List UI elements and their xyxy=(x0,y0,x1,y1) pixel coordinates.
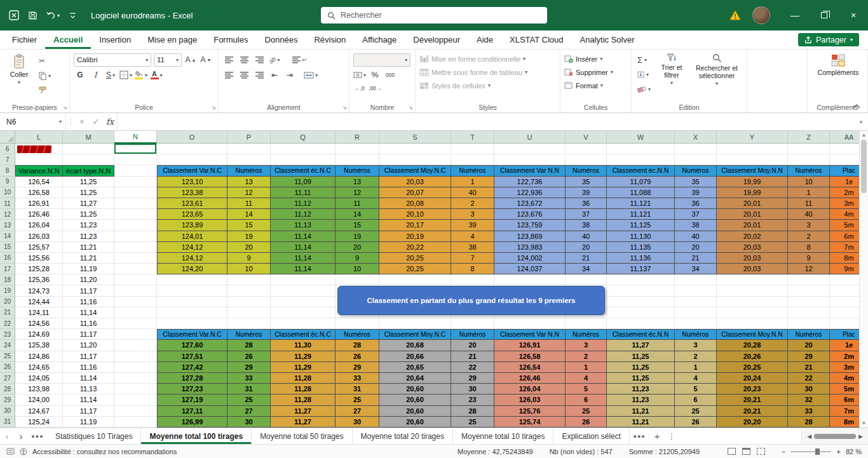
cell-X13[interactable]: 38 xyxy=(675,220,717,231)
cell-P31[interactable]: 30 xyxy=(227,417,271,428)
cell-X18[interactable] xyxy=(675,274,717,285)
cell-N8[interactable] xyxy=(114,165,157,176)
cell-W23[interactable]: Classement éc.N.N xyxy=(607,329,675,340)
sheet-nav-prev[interactable]: ‹ xyxy=(0,428,14,444)
cell-O31[interactable]: 126,99 xyxy=(157,417,227,428)
cell-X16[interactable]: 21 xyxy=(675,253,717,264)
row-header-16[interactable]: 16 xyxy=(0,253,15,264)
customize-quick-access-icon[interactable] xyxy=(69,11,77,20)
cell-P17[interactable]: 10 xyxy=(227,264,271,274)
cell-M13[interactable]: 11,23 xyxy=(63,220,114,231)
cell-Z8[interactable]: Numéros xyxy=(788,165,830,176)
cell-X22[interactable] xyxy=(675,318,717,329)
cell-S14[interactable]: 20,19 xyxy=(379,231,451,242)
cell-L12[interactable]: 126,46 xyxy=(15,209,63,220)
row-header-9[interactable]: 9 xyxy=(0,177,15,187)
cell-N9[interactable] xyxy=(114,177,157,187)
cell-U24[interactable]: 126,91 xyxy=(494,340,566,351)
cell-L17[interactable]: 125,28 xyxy=(15,264,63,274)
cell-N12[interactable] xyxy=(114,209,157,220)
cell-Z31[interactable]: 28 xyxy=(788,417,830,428)
status-count[interactable]: Nb (non vides) : 547 xyxy=(550,448,613,455)
cell-N20[interactable] xyxy=(114,297,157,307)
cell-S17[interactable]: 20,25 xyxy=(379,264,451,274)
cell-O6[interactable] xyxy=(157,144,227,154)
cell-Y10[interactable]: 19,99 xyxy=(717,187,788,198)
cell-M6[interactable] xyxy=(63,144,114,154)
cell-S31[interactable]: 20,60 xyxy=(379,417,451,428)
accounting-format-button[interactable]: ▾ xyxy=(353,69,366,81)
align-top-button[interactable] xyxy=(222,53,235,66)
cell-U31[interactable]: 125,74 xyxy=(494,417,566,428)
cell-R24[interactable]: 28 xyxy=(336,340,379,351)
cell-V15[interactable]: 20 xyxy=(566,242,607,253)
bold-button[interactable]: G xyxy=(74,69,86,81)
cell-V18[interactable] xyxy=(566,274,607,285)
excel-app-icon[interactable] xyxy=(9,10,19,20)
cell-S7[interactable] xyxy=(379,154,451,165)
cell-Z26[interactable]: 21 xyxy=(788,362,830,373)
cell-N16[interactable] xyxy=(114,253,157,264)
normal-view-icon[interactable] xyxy=(728,448,736,455)
search-box[interactable]: Rechercher xyxy=(321,7,547,24)
cell-Y25[interactable]: 20,26 xyxy=(717,351,788,362)
cell-U9[interactable]: 122,736 xyxy=(494,177,566,187)
cell-Y14[interactable]: 20,02 xyxy=(717,231,788,242)
cell-P21[interactable] xyxy=(227,307,271,318)
cell-U23[interactable]: Classement Var N.N xyxy=(494,329,566,340)
cell-W7[interactable] xyxy=(607,154,675,165)
cell-L9[interactable]: 126,54 xyxy=(15,177,63,187)
cell-T25[interactable]: 21 xyxy=(451,351,494,362)
status-sum[interactable]: Somme : 21205,20949 xyxy=(629,448,700,455)
sheet-tab-moyenne-total-50-tirages[interactable]: Moyenne total 50 tirages xyxy=(252,428,352,444)
row-header-12[interactable]: 12 xyxy=(0,209,15,220)
cell-T28[interactable]: 30 xyxy=(451,384,494,394)
cell-X12[interactable]: 37 xyxy=(675,209,717,220)
column-header-N[interactable]: N xyxy=(114,131,157,144)
cell-W20[interactable] xyxy=(607,297,675,307)
cell-V7[interactable] xyxy=(566,154,607,165)
row-header-26[interactable]: 26 xyxy=(0,362,15,373)
cell-O18[interactable] xyxy=(157,274,227,285)
cell-R8[interactable]: Numéros xyxy=(336,165,379,176)
cell-styles-button[interactable]: Styles de cellules▾ xyxy=(419,79,556,92)
cell-P25[interactable]: 26 xyxy=(227,351,271,362)
cell-T6[interactable] xyxy=(451,144,494,154)
cell-T29[interactable]: 23 xyxy=(451,394,494,405)
cell-V24[interactable]: 3 xyxy=(566,340,607,351)
copy-button[interactable]: ▾ xyxy=(37,69,53,82)
cell-L14[interactable]: 126,03 xyxy=(15,231,63,242)
cell-P22[interactable] xyxy=(227,318,271,329)
row-header-29[interactable]: 29 xyxy=(0,394,15,405)
cell-N26[interactable] xyxy=(114,362,157,373)
row-header-22[interactable]: 22 xyxy=(0,318,15,329)
row-header-19[interactable]: 19 xyxy=(0,285,15,296)
cell-Q12[interactable]: 11,12 xyxy=(271,209,336,220)
expand-formula-bar-button[interactable]: ▾ xyxy=(854,113,868,130)
cell-R25[interactable]: 26 xyxy=(336,351,379,362)
cell-W10[interactable]: 11,088 xyxy=(607,187,675,198)
paste-button[interactable]: Coller ▾ xyxy=(4,52,34,97)
cell-Z22[interactable] xyxy=(788,318,830,329)
cell-X31[interactable]: 26 xyxy=(675,417,717,428)
cell-P29[interactable]: 25 xyxy=(227,394,271,405)
cell-W21[interactable] xyxy=(607,307,675,318)
cell-V8[interactable]: Numéros xyxy=(566,165,607,176)
cell-Y6[interactable] xyxy=(717,144,788,154)
cell-M14[interactable]: 11,23 xyxy=(63,231,114,242)
cell-T27[interactable]: 29 xyxy=(451,373,494,384)
cell-W22[interactable] xyxy=(607,318,675,329)
cell-X10[interactable]: 39 xyxy=(675,187,717,198)
cell-V30[interactable]: 25 xyxy=(566,406,607,417)
cell-Z14[interactable]: 2 xyxy=(788,231,830,242)
cell-T18[interactable] xyxy=(451,274,494,285)
select-all-corner[interactable] xyxy=(0,131,15,144)
cell-V26[interactable]: 1 xyxy=(566,362,607,373)
cell-X28[interactable]: 5 xyxy=(675,384,717,394)
sort-filter-button[interactable]: Trier et filtrer▾ xyxy=(655,52,688,95)
cell-L28[interactable]: 123,98 xyxy=(15,384,63,394)
cell-W29[interactable]: 11,23 xyxy=(607,394,675,405)
cell-P28[interactable]: 31 xyxy=(227,384,271,394)
cell-P8[interactable]: Numéros xyxy=(227,165,271,176)
wrap-text-button[interactable]: ↩ xyxy=(292,53,307,66)
